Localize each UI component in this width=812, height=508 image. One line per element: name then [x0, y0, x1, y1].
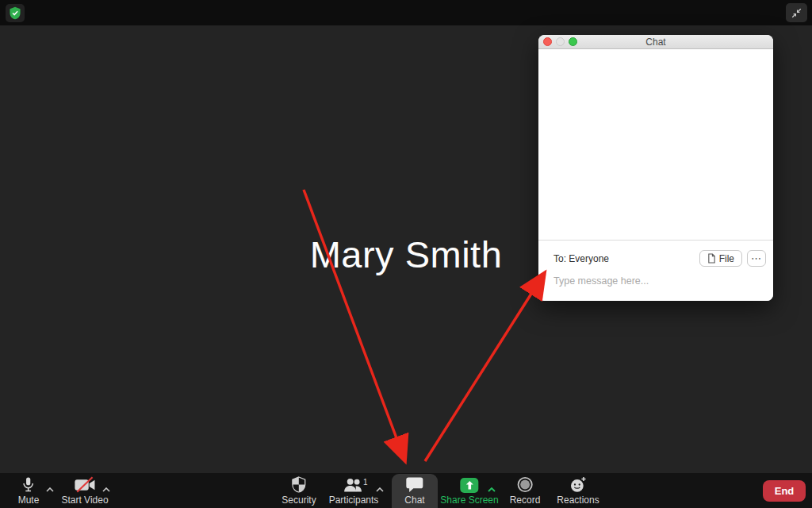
microphone-icon — [21, 476, 36, 493]
participants-count: 1 — [363, 478, 368, 487]
participants-button[interactable]: Participants — [329, 475, 379, 506]
start-video-button[interactable]: Start Video — [61, 475, 108, 506]
share-options-chevron[interactable] — [488, 481, 496, 495]
exit-fullscreen-button[interactable] — [786, 3, 807, 22]
chevron-up-icon — [488, 487, 496, 492]
meeting-info-button[interactable] — [6, 4, 25, 22]
mute-options-chevron[interactable] — [46, 481, 54, 495]
chat-window: Chat To: Everyone File ⋯ — [538, 35, 773, 301]
meeting-top-bar — [0, 0, 812, 25]
chevron-up-icon — [102, 487, 110, 492]
meeting-toolbar: Mute Start Video — [0, 473, 812, 508]
exit-fullscreen-icon — [791, 7, 802, 19]
annotation-arrow-to-chat-panel — [425, 276, 542, 461]
file-icon — [707, 253, 716, 264]
chat-bubble-icon — [405, 476, 423, 493]
mute-button[interactable]: Mute — [18, 475, 40, 506]
chat-button[interactable]: Chat — [404, 475, 424, 506]
file-button[interactable]: File — [699, 250, 742, 267]
annotation-arrow-to-chat-button — [304, 190, 404, 457]
file-button-label: File — [719, 253, 734, 264]
reactions-button[interactable]: Reactions — [557, 475, 599, 506]
ellipsis-icon: ⋯ — [751, 252, 762, 264]
chevron-up-icon — [376, 487, 384, 492]
security-button[interactable]: Security — [282, 475, 316, 506]
chevron-up-icon — [46, 487, 54, 492]
security-shield-icon — [291, 476, 306, 493]
participants-icon — [343, 477, 364, 493]
share-screen-icon — [460, 478, 478, 493]
chat-messages-area — [538, 49, 773, 240]
end-meeting-button[interactable]: End — [763, 480, 806, 502]
chat-compose-area: To: Everyone File ⋯ — [538, 240, 773, 301]
chat-message-input[interactable] — [553, 275, 752, 287]
chat-window-title: Chat — [538, 37, 773, 48]
chat-window-titlebar[interactable]: Chat — [538, 35, 773, 49]
encryption-shield-icon — [9, 6, 21, 20]
record-button[interactable]: Record — [510, 475, 541, 506]
participants-options-chevron[interactable] — [376, 481, 384, 495]
chat-recipient-selector[interactable]: To: Everyone — [553, 253, 609, 264]
video-camera-off-icon — [75, 476, 96, 493]
video-options-chevron[interactable] — [102, 481, 110, 495]
record-icon — [517, 476, 534, 493]
reactions-icon — [569, 476, 588, 493]
more-options-button[interactable]: ⋯ — [747, 250, 766, 267]
